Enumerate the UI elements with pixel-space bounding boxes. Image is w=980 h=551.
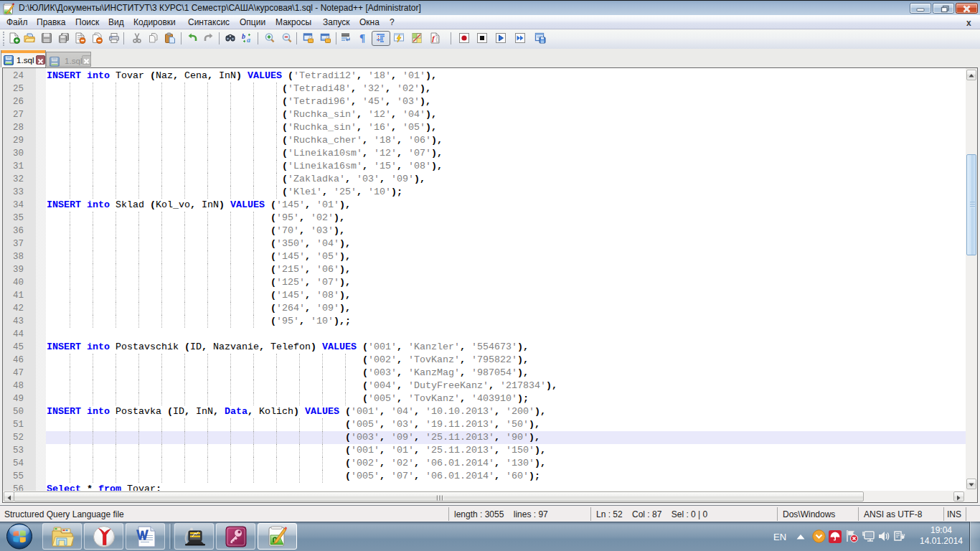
svg-text:b: b: [242, 32, 245, 40]
svg-text:a: a: [247, 36, 250, 44]
svg-text:¶: ¶: [359, 32, 365, 44]
svg-text:{}: {}: [435, 36, 440, 42]
